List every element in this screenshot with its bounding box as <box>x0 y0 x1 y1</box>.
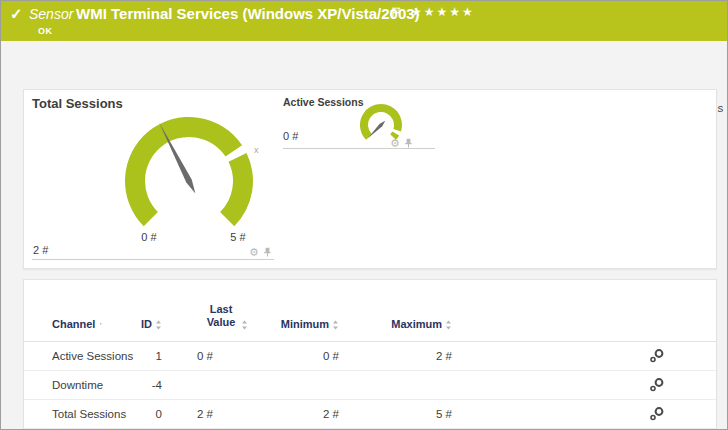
column-header-minimum[interactable]: Minimum <box>255 318 339 330</box>
widget-gear-icon[interactable]: ⚙ <box>249 247 259 258</box>
sort-icon <box>445 320 452 330</box>
table-row[interactable]: Active Sessions 1 0 # 0 # 2 # <box>24 342 716 371</box>
gauge-limit-marker: x <box>254 145 259 155</box>
column-header-minimum-label: Minimum <box>281 318 329 330</box>
channel-last-value: 0 # <box>197 350 255 362</box>
channels-table-panel: Channel ID Last Value Minimum Maximum <box>23 279 717 430</box>
widget-gear-icon[interactable]: ⚙ <box>390 138 400 149</box>
column-header-last-value[interactable]: Last Value <box>197 303 255 331</box>
total-sessions-value: 2 # <box>33 244 48 256</box>
channel-id: 0 <box>102 408 162 420</box>
table-row[interactable]: Downtime -4 <box>24 371 716 400</box>
tab-bar: Overview Live Data 2 days 30 days 365 da… <box>1 41 727 87</box>
sensor-header: ✓ Sensor WMI Terminal Services (Windows … <box>1 1 727 41</box>
sensor-status-badge: OK <box>38 26 53 36</box>
priority-stars-icon[interactable]: ★★★★★ <box>411 5 475 19</box>
object-kind-label: Sensor <box>29 6 73 22</box>
sort-icon <box>332 320 339 330</box>
column-header-maximum-label: Maximum <box>391 318 442 330</box>
table-row[interactable]: Total Sessions 0 2 # 2 # 5 # <box>24 400 716 429</box>
column-header-channel[interactable]: Channel <box>52 318 102 330</box>
channel-id: -4 <box>102 379 162 391</box>
gauge-scale-max-label: 5 # <box>223 231 253 243</box>
gauge-widget-tools: ⚙ <box>390 134 413 152</box>
gauge-scale-min-label: 0 # <box>134 231 164 243</box>
channel-name: Downtime <box>52 379 102 391</box>
active-sessions-value: 0 # <box>283 130 298 142</box>
status-ok-check-icon: ✓ <box>10 5 23 23</box>
sort-icon <box>155 320 162 330</box>
gauges-panel: Total Sessions x 0 # 5 # 2 # ⚙ Activ <box>23 89 717 269</box>
flag-icon[interactable] <box>392 4 401 22</box>
channel-last-value: 2 # <box>197 408 255 420</box>
channel-minimum: 0 # <box>255 350 339 362</box>
channel-maximum: 2 # <box>339 350 452 362</box>
channel-minimum: 2 # <box>255 408 339 420</box>
active-sessions-gauge-title: Active Sessions <box>283 96 364 108</box>
column-header-last-value-label: Last Value <box>204 303 238 331</box>
channel-settings-icon[interactable] <box>649 348 665 364</box>
channel-name: Active Sessions <box>52 350 102 362</box>
widget-divider <box>32 259 274 260</box>
channels-table-header: Channel ID Last Value Minimum Maximum <box>24 280 716 342</box>
column-header-id-label: ID <box>141 318 152 330</box>
column-header-id[interactable]: ID <box>102 318 162 330</box>
channel-settings-icon[interactable] <box>649 406 665 422</box>
sort-icon <box>241 320 248 330</box>
gauge-widget-tools: ⚙ <box>249 243 272 261</box>
sensor-title: WMI Terminal Services (Windows XP/Vista/… <box>76 5 420 22</box>
column-header-maximum[interactable]: Maximum <box>339 318 452 330</box>
gauge-needle <box>368 121 386 139</box>
widget-pin-icon[interactable] <box>263 243 272 261</box>
widget-pin-icon[interactable] <box>404 134 413 152</box>
channel-settings-icon[interactable] <box>649 377 665 393</box>
column-header-channel-label: Channel <box>52 318 95 330</box>
channel-maximum: 5 # <box>339 408 452 420</box>
channel-id: 1 <box>102 350 162 362</box>
channel-name: Total Sessions <box>52 408 102 420</box>
sensor-page: ✓ Sensor WMI Terminal Services (Windows … <box>0 0 728 430</box>
